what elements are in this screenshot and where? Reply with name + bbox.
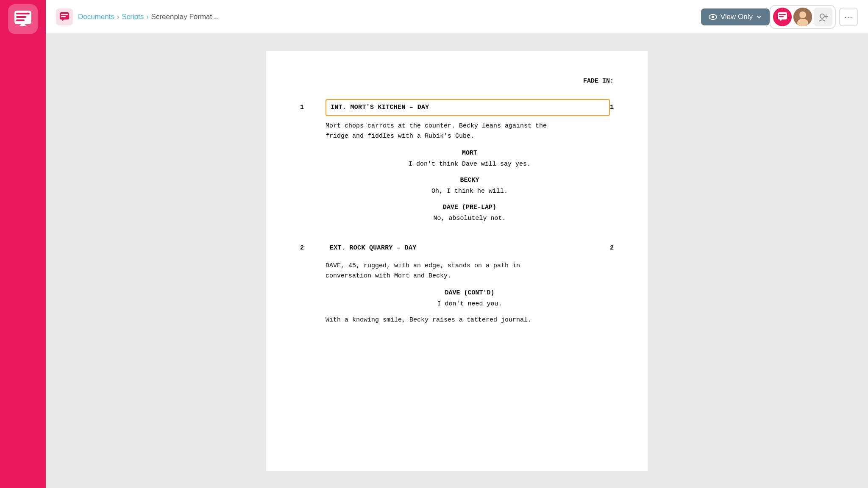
svg-rect-3: [16, 19, 25, 21]
script-page: FADE IN: 1 INT. MORT'S KITCHEN – DAY 1 M…: [266, 51, 648, 471]
scene-1-action: Mort chops carrots at the counter. Becky…: [326, 121, 614, 141]
svg-rect-5: [60, 12, 69, 19]
dialogue-dave-prelap-line: No, absolutely not.: [359, 214, 580, 224]
dialogue-mort-line: I don't think Dave will say yes.: [359, 159, 580, 169]
fade-in-text: FADE IN:: [300, 76, 614, 86]
dialogue-mort: MORT I don't think Dave will say yes.: [326, 148, 614, 169]
dialogue-dave-contd-line: I don't need you.: [359, 299, 580, 309]
svg-point-16: [799, 11, 806, 18]
svg-point-10: [712, 16, 714, 18]
svg-rect-1: [16, 13, 30, 14]
breadcrumb-current: Screenplay Format ..: [151, 13, 218, 21]
eye-icon: [709, 13, 717, 21]
scene-number-left-1: 1: [300, 103, 326, 113]
add-user-button[interactable]: [814, 8, 832, 26]
avatar-group: [770, 5, 836, 29]
character-becky: BECKY: [376, 175, 563, 186]
more-options-button[interactable]: ···: [839, 8, 858, 26]
dialogue-becky: BECKY Oh, I think he will.: [326, 175, 614, 197]
svg-rect-6: [61, 14, 68, 15]
avatar-chat: [773, 8, 792, 26]
main-content: FADE IN: 1 INT. MORT'S KITCHEN – DAY 1 M…: [46, 34, 868, 488]
character-dave-contd: DAVE (CONT'D): [376, 288, 563, 298]
scene-block-2: 2 EXT. ROCK QUARRY – DAY 2 DAVE, 45, rug…: [300, 241, 614, 325]
top-navigation: Documents › Scripts › Screenplay Format …: [46, 0, 868, 34]
dialogue-dave-contd: DAVE (CONT'D) I don't need you.: [326, 288, 614, 309]
sidebar: [0, 0, 46, 488]
svg-rect-11: [778, 12, 787, 19]
sidebar-logo[interactable]: [8, 4, 38, 34]
view-only-label: View Only: [721, 13, 753, 21]
character-dave-prelap: DAVE (PRE-LAP): [376, 202, 563, 213]
svg-rect-13: [779, 16, 784, 17]
chevron-down-icon: [756, 14, 762, 20]
scene-2-action: DAVE, 45, rugged, with an edge, stands o…: [326, 261, 614, 281]
avatar-user[interactable]: [793, 8, 812, 26]
scene-heading-2: EXT. ROCK QUARRY – DAY: [326, 241, 610, 256]
avatar-chat-icon: [777, 11, 788, 22]
user-avatar-img: [793, 8, 812, 26]
breadcrumb-documents[interactable]: Documents: [78, 13, 114, 21]
dialogue-becky-line: Oh, I think he will.: [359, 186, 580, 197]
scene-2-trailing-action: With a knowing smile, Becky raises a tat…: [326, 315, 614, 325]
scene-heading-row-1: 1 INT. MORT'S KITCHEN – DAY 1: [300, 99, 614, 116]
character-mort: MORT: [376, 148, 563, 158]
add-user-icon: [818, 11, 829, 22]
chat-icon: [59, 11, 70, 22]
nav-right-actions: ···: [770, 5, 858, 29]
scene-heading-1: INT. MORT'S KITCHEN – DAY: [326, 99, 610, 116]
scene-number-left-2: 2: [300, 243, 326, 253]
breadcrumb-scripts[interactable]: Scripts: [122, 13, 144, 21]
dialogue-dave-prelap: DAVE (PRE-LAP) No, absolutely not.: [326, 202, 614, 224]
more-icon: ···: [844, 12, 853, 22]
svg-marker-14: [780, 19, 782, 21]
nav-chat-icon[interactable]: [56, 8, 73, 25]
view-only-button[interactable]: View Only: [701, 8, 770, 25]
svg-marker-8: [62, 19, 64, 21]
svg-rect-12: [779, 14, 786, 15]
scene-number-right-1: 1: [610, 103, 614, 113]
scene-number-right-2: 2: [610, 243, 614, 253]
scene-block-1: 1 INT. MORT'S KITCHEN – DAY 1 Mort chops…: [300, 99, 614, 224]
logo-icon: [13, 9, 33, 29]
svg-rect-2: [16, 16, 26, 18]
breadcrumb: Documents › Scripts › Screenplay Format …: [78, 13, 693, 21]
svg-point-18: [820, 14, 824, 18]
breadcrumb-sep2: ›: [146, 13, 148, 21]
svg-rect-7: [61, 16, 66, 17]
scene-heading-row-2: 2 EXT. ROCK QUARRY – DAY 2: [300, 241, 614, 256]
breadcrumb-sep1: ›: [117, 13, 119, 21]
